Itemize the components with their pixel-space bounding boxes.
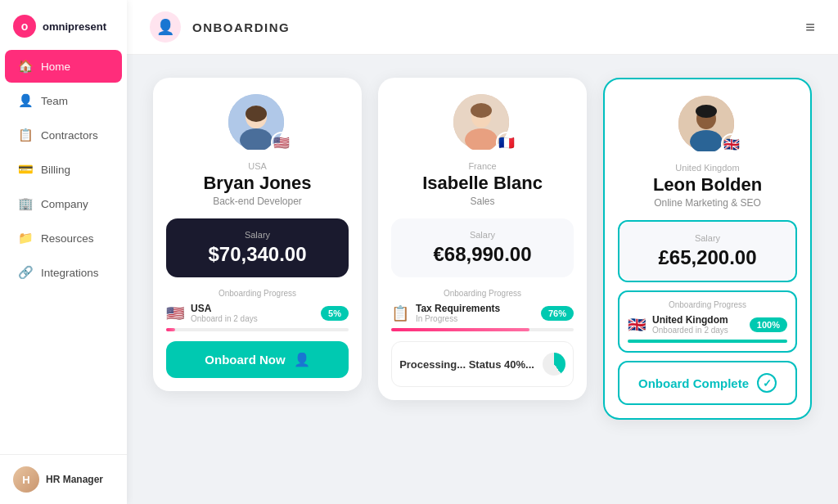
card-country-leon: United Kingdom <box>675 163 739 173</box>
progress-text-bryan: USA Onboard in 2 days <box>191 303 258 323</box>
card-isabelle: 🇫🇷 France Isabelle Blanc Sales Salary €6… <box>378 78 587 400</box>
sidebar-item-label: Contractors <box>41 129 98 142</box>
resources-icon: 📁 <box>18 231 33 245</box>
progress-pct-bryan: 5% <box>321 306 349 321</box>
progress-sub-isabelle: In Progress <box>416 314 500 323</box>
card-name-bryan: Bryan Jones <box>203 173 311 194</box>
sidebar: o omnipresent 🏠 Home 👤 Team 📋 Contractor… <box>0 0 127 504</box>
card-role-bryan: Back-end Developer <box>213 196 302 207</box>
progress-row-bryan: 🇺🇸 USA Onboard in 2 days 5% <box>166 303 349 323</box>
progress-country-leon: United Kingdom <box>652 314 728 326</box>
svg-point-11 <box>696 105 717 118</box>
user-name: HR Manager <box>46 474 103 485</box>
progress-section-leon: Onboarding Progress 🇬🇧 United Kingdom On… <box>618 290 797 353</box>
sidebar-user: H HR Manager <box>0 454 127 504</box>
card-bryan: 🇺🇸 USA Bryan Jones Back-end Developer Sa… <box>153 78 362 391</box>
profile-wrap-isabelle: 🇫🇷 <box>453 94 512 153</box>
sidebar-item-label: Company <box>41 198 88 210</box>
card-country-isabelle: France <box>468 161 496 171</box>
sidebar-item-resources[interactable]: 📁 Resources <box>5 222 122 254</box>
progress-bar-fill-bryan <box>166 328 175 331</box>
progress-row-isabelle: 📋 Tax Requirements In Progress 76% <box>391 303 574 323</box>
salary-label-bryan: Salary <box>245 230 270 240</box>
company-icon: 🏢 <box>18 196 33 211</box>
sidebar-item-label: Team <box>41 95 68 107</box>
onboard-now-label: Onboard Now <box>205 353 285 367</box>
salary-box-bryan: Salary $70,340.00 <box>166 218 349 277</box>
progress-title-isabelle: Onboarding Progress <box>391 289 574 298</box>
integrations-icon: 🔗 <box>18 265 33 280</box>
logo: o omnipresent <box>0 0 127 49</box>
progress-flag-bryan: 🇺🇸 <box>166 304 184 322</box>
onboard-now-button[interactable]: Onboard Now 👤 <box>166 341 349 378</box>
progress-bar-bg-isabelle <box>391 328 574 331</box>
menu-icon[interactable]: ≡ <box>805 18 815 37</box>
spinner-icon <box>543 353 565 376</box>
salary-box-leon: Salary £65,200.00 <box>619 222 795 281</box>
progress-info-isabelle: 📋 Tax Requirements In Progress <box>391 303 500 323</box>
progress-pct-leon: 100% <box>750 317 787 332</box>
salary-label-leon: Salary <box>695 233 720 243</box>
progress-text-isabelle: Tax Requirements In Progress <box>416 303 500 323</box>
sidebar-item-integrations[interactable]: 🔗 Integrations <box>5 256 122 289</box>
progress-info-bryan: 🇺🇸 USA Onboard in 2 days <box>166 303 258 323</box>
progress-flag-leon: 🇬🇧 <box>628 316 646 334</box>
sidebar-item-billing[interactable]: 💳 Billing <box>5 153 122 186</box>
processing-button: Processing... Status 40%... <box>391 341 574 387</box>
card-role-isabelle: Sales <box>470 196 494 207</box>
progress-sub-leon: Onboarded in 2 days <box>652 326 728 335</box>
progress-country-isabelle: Tax Requirements <box>416 303 500 314</box>
progress-info-leon: 🇬🇧 United Kingdom Onboarded in 2 days <box>628 314 728 335</box>
add-user-icon: 👤 <box>294 352 310 367</box>
home-icon: 🏠 <box>18 59 33 74</box>
progress-bar-fill-isabelle <box>391 328 529 331</box>
processing-label: Processing... Status 40%... <box>399 358 534 371</box>
card-role-leon: Online Marketing & SEO <box>654 197 761 209</box>
sidebar-item-contractors[interactable]: 📋 Contractors <box>5 119 122 151</box>
sidebar-item-label: Resources <box>41 232 94 245</box>
sidebar-item-label: Integrations <box>41 267 99 279</box>
billing-icon: 💳 <box>18 162 33 177</box>
sidebar-item-team[interactable]: 👤 Team <box>5 84 122 117</box>
checkmark-icon: ✓ <box>757 373 777 393</box>
salary-amount-bryan: $70,340.00 <box>208 243 306 266</box>
progress-section-isabelle: Onboarding Progress 📋 Tax Requirements I… <box>391 289 574 331</box>
card-country-bryan: USA <box>248 161 267 171</box>
profile-wrap-leon: 🇬🇧 <box>678 96 737 155</box>
profile-wrap-bryan: 🇺🇸 <box>228 94 287 153</box>
progress-sub-bryan: Onboard in 2 days <box>191 314 258 323</box>
progress-bar-bg-bryan <box>166 328 349 331</box>
onboarding-icon: 👤 <box>156 18 174 36</box>
card-leon: 🇬🇧 United Kingdom Leon Bolden Online Mar… <box>603 78 812 420</box>
progress-text-leon: United Kingdom Onboarded in 2 days <box>652 314 728 335</box>
logo-text: omnipresent <box>43 20 106 33</box>
header: 👤 ONBOARDING ≡ <box>127 0 838 55</box>
progress-bar-fill-leon <box>628 340 787 343</box>
salary-amount-isabelle: €68,990.00 <box>433 243 531 266</box>
card-name-isabelle: Isabelle Blanc <box>422 173 543 194</box>
progress-flag-isabelle: 📋 <box>391 304 409 322</box>
svg-point-7 <box>471 103 492 118</box>
cards-area: 🇺🇸 USA Bryan Jones Back-end Developer Sa… <box>127 55 838 504</box>
salary-amount-leon: £65,200.00 <box>658 246 756 269</box>
header-title: ONBOARDING <box>192 20 290 34</box>
header-icon: 👤 <box>150 11 181 43</box>
progress-pct-isabelle: 76% <box>541 306 574 321</box>
flag-badge-bryan: 🇺🇸 <box>271 132 292 153</box>
salary-box-isabelle: Salary €68,990.00 <box>391 218 574 277</box>
sidebar-nav: 🏠 Home 👤 Team 📋 Contractors 💳 Billing 🏢 … <box>0 49 127 454</box>
sidebar-item-company[interactable]: 🏢 Company <box>5 187 122 220</box>
avatar: H <box>13 466 39 493</box>
salary-box-leon-wrap: Salary £65,200.00 <box>618 220 797 282</box>
flag-badge-leon: 🇬🇧 <box>721 133 742 155</box>
progress-bar-bg-leon <box>628 340 787 343</box>
sidebar-item-home[interactable]: 🏠 Home <box>5 50 122 83</box>
sidebar-item-label: Home <box>41 61 70 73</box>
logo-icon: o <box>13 15 36 38</box>
flag-badge-isabelle: 🇫🇷 <box>496 132 517 153</box>
onboard-complete-label: Onboard Complete <box>638 376 749 390</box>
progress-title-leon: Onboarding Progress <box>628 300 787 309</box>
onboard-complete-button[interactable]: Onboard Complete ✓ <box>618 361 797 405</box>
progress-title-bryan: Onboarding Progress <box>166 289 349 298</box>
svg-point-3 <box>246 106 267 122</box>
